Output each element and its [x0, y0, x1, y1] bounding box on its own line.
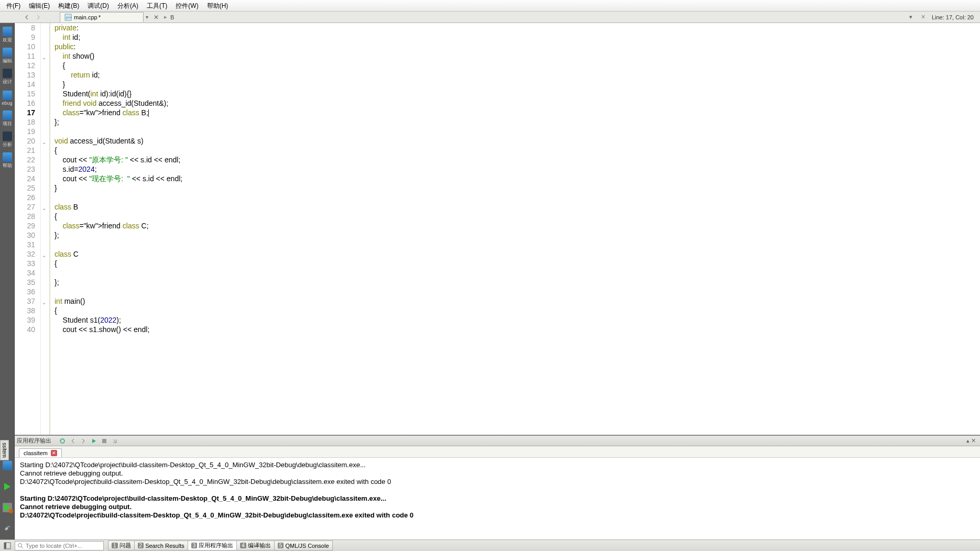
menu-item[interactable]: 工具(T): [143, 0, 171, 11]
code-line[interactable]: [55, 193, 980, 202]
code-line[interactable]: };: [55, 278, 980, 287]
code-line[interactable]: {: [55, 306, 980, 315]
line-number: 25: [15, 183, 38, 193]
output-title: 应用程序输出: [17, 437, 51, 445]
output-close-button[interactable]: ▴ ✕: [964, 437, 978, 444]
output-run-button[interactable]: [89, 437, 99, 445]
code-line[interactable]: [55, 268, 980, 278]
output-next-button[interactable]: [79, 437, 88, 445]
code-line[interactable]: s.id=2024;: [55, 164, 980, 174]
fold-toggle-icon[interactable]: ⌄: [42, 251, 47, 256]
code-line[interactable]: class="kw">friend class B;: [55, 108, 980, 117]
left-docked-tab[interactable]: ssitem: [0, 440, 9, 460]
line-number: 33: [15, 259, 38, 268]
code-line[interactable]: private:: [55, 23, 980, 32]
output-rerun-button[interactable]: [58, 437, 67, 445]
nav-forward-button[interactable]: [34, 13, 43, 22]
fold-toggle-icon[interactable]: ⌄: [42, 204, 47, 209]
code-line[interactable]: return id;: [55, 70, 980, 80]
statusbar: 1问题2Search Results3应用程序输出4编译输出5QML/JS Co…: [0, 539, 980, 551]
code-line[interactable]: Student s1(2022);: [55, 315, 980, 325]
code-line[interactable]: int main(): [55, 296, 980, 306]
menu-item[interactable]: 控件(W): [171, 0, 202, 11]
build-button[interactable]: [1, 519, 14, 538]
fold-toggle-icon[interactable]: ⌄: [42, 138, 47, 143]
code-line[interactable]: {: [55, 146, 980, 155]
code-editor[interactable]: 8910111213141516171819202122232425262728…: [15, 23, 980, 435]
fold-toggle-icon[interactable]: ⌄: [42, 298, 47, 303]
output-pane-tab[interactable]: 5QML/JS Console: [274, 541, 333, 550]
tab-close-button[interactable]: ✕: [151, 14, 161, 21]
file-tab[interactable]: c++ main.cpp*: [60, 12, 144, 22]
output-tab-label: classitem: [24, 450, 48, 456]
sidebar-toggle-button[interactable]: [2, 542, 13, 550]
output-body[interactable]: Starting D:\24072\QTcode\project\build-c…: [15, 458, 980, 539]
svg-point-6: [18, 543, 22, 547]
output-pane-tab[interactable]: 3应用程序输出: [188, 541, 237, 550]
locator-input[interactable]: [26, 543, 101, 549]
output-tab-classitem[interactable]: classitem ✕: [19, 448, 62, 457]
mode-icon: [3, 131, 12, 141]
code-line[interactable]: }: [55, 80, 980, 89]
output-stop-button[interactable]: [100, 437, 109, 445]
line-number: 20: [15, 136, 38, 146]
code-line[interactable]: int show(): [55, 51, 980, 61]
mode-label: 项目: [3, 120, 12, 127]
breadcrumb-symbol[interactable]: B: [170, 14, 174, 20]
breadcrumb-dropdown-icon[interactable]: ▾: [909, 14, 912, 20]
code-content[interactable]: private: int id;public: int show() { ret…: [51, 23, 980, 435]
output-pane-tab[interactable]: 2Search Results: [134, 541, 188, 550]
code-line[interactable]: class B: [55, 202, 980, 212]
line-number: 34: [15, 268, 38, 278]
code-line[interactable]: {: [55, 259, 980, 268]
code-line[interactable]: public:: [55, 42, 980, 51]
menu-item[interactable]: 调试(D): [83, 0, 113, 11]
mode-项目[interactable]: 项目: [1, 109, 14, 129]
output-attach-button[interactable]: [110, 437, 119, 445]
mode-编辑[interactable]: 编辑: [1, 46, 14, 66]
code-line[interactable]: Student(int id):id(id){}: [55, 89, 980, 98]
menu-item[interactable]: 帮助(H): [203, 0, 233, 11]
svg-rect-2: [7, 526, 10, 527]
nav-back-button[interactable]: [22, 13, 31, 22]
fold-toggle-icon[interactable]: ⌄: [42, 53, 47, 58]
output-prev-button[interactable]: [68, 437, 78, 445]
tab-label: 编译输出: [248, 542, 271, 549]
menu-item[interactable]: 件(F): [2, 0, 25, 11]
code-line[interactable]: [55, 240, 980, 249]
debug-button[interactable]: [1, 498, 14, 517]
code-line[interactable]: cout << s1.show() << endl;: [55, 325, 980, 334]
output-pane-tab[interactable]: 1问题: [108, 541, 135, 550]
code-line[interactable]: };: [55, 117, 980, 127]
code-line[interactable]: }: [55, 183, 980, 193]
code-line[interactable]: [55, 287, 980, 296]
code-line[interactable]: cout << "现在学号: " << s.id << endl;: [55, 174, 980, 183]
mode-分析[interactable]: 分析: [1, 130, 14, 150]
code-line[interactable]: };: [55, 230, 980, 240]
mode-欢迎[interactable]: 欢迎: [1, 25, 14, 45]
code-line[interactable]: {: [55, 212, 980, 221]
mode-帮助[interactable]: 帮助: [1, 151, 14, 171]
code-line[interactable]: friend void access_id(Student&);: [55, 98, 980, 108]
tab-dropdown-icon[interactable]: ▾: [146, 14, 148, 20]
code-line[interactable]: cout << "原本学号: " << s.id << endl;: [55, 155, 980, 164]
fold-gutter[interactable]: ⌄⌄⌄⌄⌄: [41, 23, 49, 435]
mode-设计[interactable]: 设计: [1, 67, 14, 87]
code-line[interactable]: void access_id(Student& s): [55, 136, 980, 146]
breadcrumb-close-icon[interactable]: ✕: [921, 14, 925, 20]
code-line[interactable]: class C: [55, 249, 980, 259]
mode-ebug[interactable]: ebug: [1, 88, 14, 108]
code-line[interactable]: [55, 127, 980, 136]
menu-item[interactable]: 构建(B): [54, 0, 83, 11]
run-button[interactable]: [1, 477, 14, 497]
menu-item[interactable]: 分析(A): [113, 0, 143, 11]
output-tab-close-icon[interactable]: ✕: [51, 450, 57, 456]
code-line[interactable]: class="kw">friend class C;: [55, 221, 980, 230]
code-line[interactable]: int id;: [55, 32, 980, 42]
code-line[interactable]: {: [55, 61, 980, 70]
locator-search[interactable]: [15, 541, 104, 550]
line-number: 15: [15, 89, 38, 98]
line-number: 24: [15, 174, 38, 183]
output-pane-tab[interactable]: 4编译输出: [236, 541, 275, 550]
menu-item[interactable]: 编辑(E): [25, 0, 54, 11]
